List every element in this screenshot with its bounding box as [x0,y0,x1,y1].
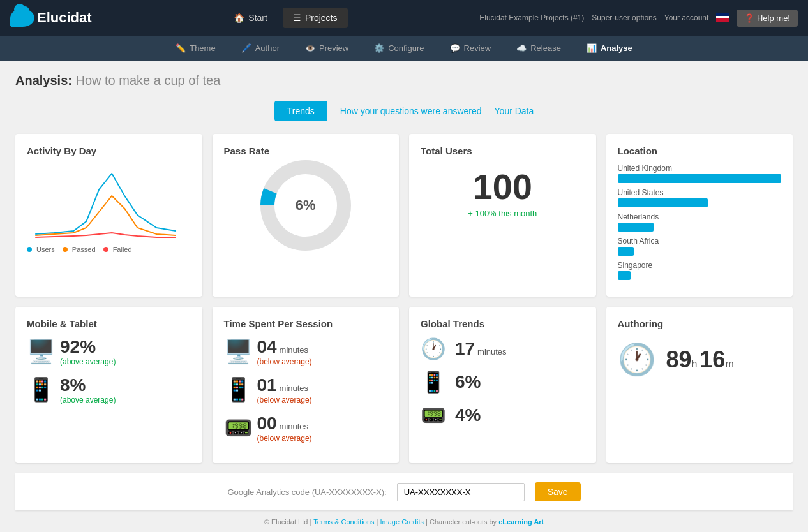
terms-link[interactable]: Terms & Conditions [313,518,374,526]
card-total-users: Total Users 100 + 100% this month [409,134,596,297]
footer: © Elucidat Ltd | Terms & Conditions | Im… [15,510,793,532]
mobile-stats: 8% (above average) [60,375,116,404]
time-mobile-row: 📱 01 minutes (below average) [224,375,388,404]
projects-button[interactable]: ☰ Projects [283,8,348,28]
elearning-art-link[interactable]: eLearning Art [498,518,544,526]
analytics-bar: Google Analytics code (UA-XXXXXXXX-X): S… [15,473,793,510]
desktop-row: 🖥️ 92% (above average) [27,337,191,366]
authoring-time-display: 89h 16m [666,346,734,373]
top-bar: Elucidat 🏠 Start ☰ Projects Elucidat Exa… [0,0,808,36]
global-clock-icon: 🕐 [421,337,446,361]
time-desktop-icon: 🖥️ [224,338,250,365]
pencil-icon: ✏️ [176,43,186,53]
subnav-release[interactable]: ☁️ Release [504,36,574,61]
time-tablet-row: 📟 00 minutes (below average) [224,413,388,443]
location-title: Location [618,145,782,156]
location-uk: United Kingdom [618,164,782,183]
location-bar-za [618,247,634,256]
time-desktop-stats: 04 minutes (below average) [257,337,312,366]
bottom-card-grid: Mobile & Tablet 🖥️ 92% (above average) 📱… [15,307,793,463]
logo-text: Elucidat [37,10,92,26]
global-mobile-stats: 6% [455,372,481,392]
configure-icon: ⚙️ [374,43,384,53]
subnav-theme[interactable]: ✏️ Theme [163,36,228,61]
location-za: South Africa [618,237,782,256]
sub-nav: ✏️ Theme 🖊️ Author 👁️ Preview ⚙️ Configu… [0,36,808,61]
subnav-preview[interactable]: 👁️ Preview [292,36,361,61]
help-button[interactable]: ❓ Help me! [737,10,798,27]
card-location: Location United Kingdom United States Ne… [606,134,793,297]
flag-icon [716,13,729,24]
total-users-monthly: + 100% this month [421,209,585,218]
activity-title: Activity By Day [27,145,191,156]
time-title: Time Spent Per Session [224,318,388,329]
subnav-review[interactable]: 💬 Review [437,36,504,61]
project-label: Elucidat Example Projects (#1) [479,13,584,22]
tab-your-data[interactable]: Your Data [495,106,534,116]
time-tablet-stats: 00 minutes (below average) [257,413,312,443]
review-icon: 💬 [450,43,460,53]
authoring-title: Authoring [618,318,782,329]
pass-rate-donut: 6% [224,164,388,247]
subnav-author[interactable]: 🖊️ Author [228,36,292,61]
authoring-minutes: 16 [700,346,725,373]
top-right: Elucidat Example Projects (#1) Super-use… [479,10,798,27]
top-nav-center: 🏠 Start ☰ Projects [223,8,347,28]
location-bar-sg [618,271,631,280]
global-tablet-row: 📟 4% [421,403,585,427]
failed-dot [103,247,108,252]
legend-failed: Failed [103,246,132,253]
authoring-clock-icon: 🕐 [618,342,656,378]
account-link[interactable]: Your account [664,13,709,22]
location-bar-uk [618,174,782,183]
card-authoring: Authoring 🕐 89h 16m [606,307,793,463]
location-sg: Singapore [618,261,782,280]
author-icon: 🖊️ [241,43,251,53]
start-button[interactable]: 🏠 Start [223,8,278,28]
logo-cloud-icon [10,9,34,27]
location-bar-us [618,198,708,207]
eye-icon: 👁️ [305,43,315,53]
tab-trends[interactable]: Trends [274,101,327,121]
global-title: Global Trends [421,318,585,329]
subnav-analyse[interactable]: 📊 Analyse [574,36,645,61]
release-icon: ☁️ [516,43,527,53]
global-mobile-icon: 📱 [421,370,446,394]
pass-rate-value: 6% [296,197,316,214]
authoring-content: 🕐 89h 16m [618,342,782,378]
location-bar-nl [618,223,654,232]
time-mobile-stats: 01 minutes (below average) [257,375,312,404]
desktop-icon: 🖥️ [27,338,52,365]
card-time-spent: Time Spent Per Session 🖥️ 04 minutes (be… [213,307,400,463]
logo: Elucidat [10,9,92,27]
global-tablet-stats: 4% [455,405,481,425]
analytics-input[interactable] [397,483,525,501]
global-desktop-row: 🕐 17 minutes [421,337,585,361]
analytics-label: Google Analytics code (UA-XXXXXXXX-X): [227,487,386,497]
mobile-title: Mobile & Tablet [27,318,191,329]
card-global-trends: Global Trends 🕐 17 minutes 📱 6% 📟 4% [409,307,596,463]
total-users-title: Total Users [421,145,585,156]
save-button[interactable]: Save [535,482,581,501]
top-card-grid: Activity By Day Users Pass [15,134,793,297]
total-users-count: 100 [421,169,585,205]
time-tablet-icon: 📟 [224,415,250,441]
chart-legend: Users Passed Failed [27,246,191,253]
card-pass-rate: Pass Rate 6% [213,134,400,297]
passed-dot [63,247,68,252]
analyse-icon: 📊 [587,43,597,53]
time-desktop-row: 🖥️ 04 minutes (below average) [224,337,388,366]
tab-row: Trends How your questions were answered … [15,101,793,121]
tab-questions[interactable]: How your questions were answered [340,106,482,116]
legend-passed: Passed [63,246,96,253]
super-user-link[interactable]: Super-user options [592,13,656,22]
card-mobile-tablet: Mobile & Tablet 🖥️ 92% (above average) 📱… [15,307,202,463]
global-mobile-row: 📱 6% [421,370,585,394]
time-mobile-icon: 📱 [224,376,250,403]
location-nl: Netherlands [618,212,782,232]
image-credits-link[interactable]: Image Credits [380,518,424,526]
page-content: Analysis: How to make a cup of tea Trend… [0,61,808,532]
subnav-configure[interactable]: ⚙️ Configure [361,36,437,61]
authoring-hours: 89 [666,346,692,373]
users-dot [27,247,32,252]
